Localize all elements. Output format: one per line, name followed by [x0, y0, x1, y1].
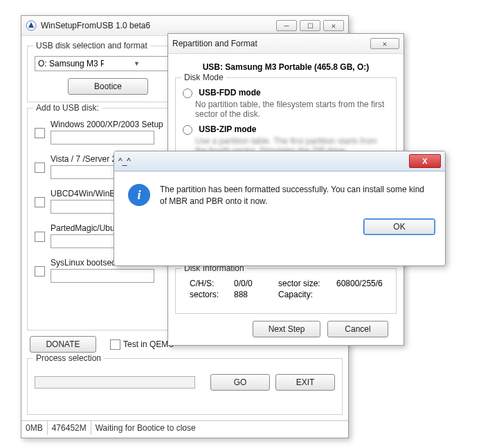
- info-icon: i: [128, 184, 150, 206]
- sectorsize-value: 60800/255/6: [336, 279, 399, 288]
- repart-title: Repartition and Format: [172, 39, 367, 48]
- bootice-button[interactable]: Bootice: [68, 78, 148, 95]
- maximize-button[interactable]: ☐: [300, 20, 320, 31]
- status-mb: 0MB: [21, 421, 48, 435]
- ok-button[interactable]: OK: [363, 218, 435, 235]
- checkbox-ubcd[interactable]: [35, 197, 45, 207]
- add-usb-legend: Add to USB disk:: [33, 103, 102, 113]
- label-fdd: USB-FDD mode: [199, 88, 260, 97]
- minimize-button[interactable]: ─: [276, 20, 297, 31]
- desc-fdd: No partition table, the filesystem start…: [195, 100, 389, 119]
- capacity-value: [336, 290, 399, 299]
- usb-disk-value: O: Samsung M3 Portable (476930.: [38, 59, 104, 68]
- checkbox-parted[interactable]: [35, 232, 45, 242]
- alert-title: ^_^: [118, 156, 409, 166]
- chs-label: C/H/S:: [190, 279, 231, 288]
- sectorsize-label: sector size:: [278, 279, 334, 288]
- chevron-down-icon: ▼: [104, 60, 170, 67]
- alert-close-button[interactable]: X: [409, 154, 441, 168]
- checkbox-vista7[interactable]: [35, 162, 45, 173]
- status-total: 476452M: [48, 421, 91, 435]
- repart-usb-line: USB: Samsung M3 Portable (465.8 GB, O:): [175, 62, 397, 72]
- app-icon: [26, 20, 37, 31]
- disk-mode-legend: Disk Mode: [181, 73, 226, 82]
- path-win2000[interactable]: [51, 131, 154, 144]
- path-syslinux[interactable]: [51, 269, 154, 283]
- next-step-button[interactable]: Next Step: [253, 321, 320, 337]
- go-button[interactable]: GO: [210, 374, 270, 391]
- progress-bar: [35, 376, 195, 389]
- label-test-qemu: Test in QEMU: [123, 339, 174, 349]
- chs-value: 0/0/0: [234, 279, 275, 288]
- cancel-button[interactable]: Cancel: [327, 321, 388, 337]
- repart-close-button[interactable]: ⨉: [370, 38, 399, 49]
- checkbox-syslinux[interactable]: [35, 266, 45, 277]
- close-button[interactable]: ⨉: [323, 20, 344, 31]
- usb-select-legend: USB disk selection and format: [33, 41, 150, 50]
- exit-button[interactable]: EXIT: [275, 374, 335, 391]
- sectors-value: 888: [234, 290, 275, 299]
- main-title: WinSetupFromUSB 1.0 beta6: [41, 21, 273, 30]
- radio-zip[interactable]: [183, 125, 192, 135]
- radio-fdd[interactable]: [183, 88, 192, 98]
- usb-disk-combo[interactable]: O: Samsung M3 Portable (476930. ▼: [35, 56, 172, 71]
- donate-button[interactable]: DONATE: [30, 336, 96, 353]
- sectors-label: sectors:: [190, 290, 231, 299]
- label-zip: USB-ZIP mode: [199, 124, 256, 134]
- checkbox-win2000[interactable]: [35, 128, 45, 138]
- status-text: Waiting for Bootice to close: [91, 421, 348, 435]
- status-bar: 0MB 476452M Waiting for Bootice to close: [21, 420, 348, 435]
- process-legend: Process selection: [33, 353, 104, 363]
- checkbox-test-qemu[interactable]: [110, 339, 120, 350]
- alert-message: The partition has been formatted success…: [160, 184, 431, 207]
- capacity-label: Capacity:: [278, 290, 334, 299]
